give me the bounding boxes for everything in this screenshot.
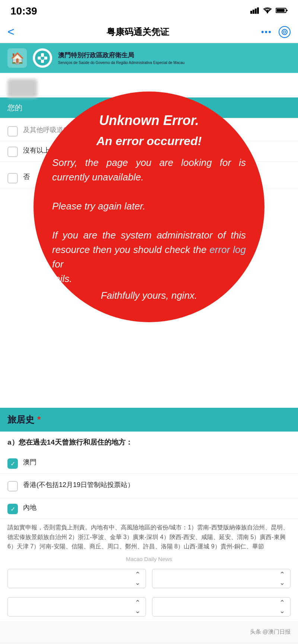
- svg-rect-7: [286, 10, 288, 11]
- travel-history-section: 旅居史 *: [0, 408, 298, 432]
- hk-label: 香港(不包括12月19日管制站投票站）: [23, 480, 134, 490]
- mainland-checkbox-row: ✓ 內地: [0, 499, 298, 519]
- health-bureau-logo: [33, 48, 52, 68]
- page-title: 粤康码通关凭证: [107, 26, 169, 38]
- nav-right-actions: •••: [261, 26, 291, 38]
- macau-checkbox[interactable]: ✓: [7, 458, 18, 469]
- travel-title: 旅居史: [7, 414, 34, 426]
- status-time: 10:39: [10, 5, 37, 17]
- svg-point-4: [267, 12, 268, 13]
- dropdown-row-1: ⌃⌄ ⌃⌄: [0, 564, 298, 593]
- mainland-label: 內地: [23, 503, 37, 512]
- dropdown-1b-arrow: ⌃⌄: [279, 570, 285, 587]
- error-title: Unknown Error.: [99, 113, 199, 128]
- svg-rect-0: [250, 11, 252, 14]
- hk-checkbox[interactable]: [7, 481, 18, 491]
- watermark: Macao Daily News: [0, 554, 298, 564]
- wifi-icon: [263, 7, 272, 15]
- status-icons: [250, 7, 288, 16]
- error-sorry: Sorry, the page you are looking for is c…: [52, 157, 246, 183]
- signal-icon: [250, 7, 259, 16]
- footer-section: 头条 @澳门日报: [0, 621, 298, 643]
- error-footer: Faithfully yours, nginx.: [101, 290, 197, 301]
- status-bar: 10:39: [0, 0, 298, 21]
- travel-question: a）您在過去14天曾旅行和居住的地方：: [0, 432, 298, 453]
- macau-label: 澳門: [23, 458, 37, 467]
- dropdown-1a[interactable]: ⌃⌄: [7, 569, 146, 588]
- back-button[interactable]: <: [7, 25, 15, 39]
- nav-bar: < 粤康码通关凭证 •••: [0, 21, 298, 43]
- macau-checkbox-row: ✓ 澳門: [0, 453, 298, 474]
- svg-point-9: [283, 31, 286, 33]
- error-body: Sorry, the page you are looking for is c…: [52, 156, 246, 286]
- bureau-name-cn: 澳門特別行政區政府衛生局: [58, 51, 291, 60]
- svg-point-8: [282, 29, 287, 35]
- warning-text: 請如實申報，否則需負上刑責。內地有中、高風險地區的省份/城市：1）雲南-西雙版納…: [0, 519, 298, 554]
- banner-text: 澳門特別行政區政府衛生局 Serviços de Saúde do Govern…: [58, 51, 291, 65]
- more-options-button[interactable]: •••: [261, 27, 272, 37]
- footer-credit: 头条 @澳门日报: [250, 628, 291, 635]
- dropdown-2a[interactable]: ⌃⌄: [7, 597, 146, 616]
- main-content: 您的 及其他呼吸道症 沒有以上症狀 否 Unknown Error. An er…: [0, 73, 298, 408]
- checkbox-no-symptoms-box[interactable]: [7, 147, 18, 157]
- svg-point-14: [41, 54, 44, 57]
- dropdown-row-2: ⌃⌄ ⌃⌄: [0, 593, 298, 621]
- camera-button[interactable]: [279, 26, 291, 38]
- checkbox-no-box[interactable]: [7, 173, 18, 183]
- svg-rect-6: [276, 9, 285, 12]
- error-log-link[interactable]: error log: [209, 244, 246, 255]
- dropdown-1a-arrow: ⌃⌄: [135, 570, 140, 587]
- no-label: 否: [23, 172, 30, 182]
- bureau-name-pt: Serviços de Saúde do Governo da Região A…: [58, 60, 291, 65]
- svg-rect-2: [255, 9, 257, 14]
- dropdown-2a-arrow: ⌃⌄: [135, 599, 140, 615]
- error-overlay: Unknown Error. An error occurred! Sorry,…: [34, 92, 264, 322]
- error-tails: tails.: [52, 273, 72, 284]
- battery-icon: [276, 7, 288, 15]
- error-try-again: Please try again later.: [52, 201, 146, 212]
- home-icon[interactable]: 🏠: [7, 48, 27, 68]
- dropdown-1b[interactable]: ⌃⌄: [152, 569, 291, 588]
- dropdown-2b-arrow: ⌃⌄: [279, 599, 285, 615]
- travel-required-marker: *: [37, 414, 41, 425]
- mainland-checkbox[interactable]: ✓: [7, 504, 18, 514]
- hk-checkbox-row: 香港(不包括12月19日管制站投票站）: [0, 474, 298, 499]
- error-subtitle: An error occurred!: [96, 134, 202, 148]
- dropdown-2b[interactable]: ⌃⌄: [152, 597, 291, 616]
- checkbox-fever[interactable]: [7, 126, 18, 137]
- error-for-details: for: [52, 259, 63, 270]
- svg-rect-1: [253, 10, 254, 14]
- header-banner: 🏠 澳門特別行政區政府衛生局 Serviços de Saúde do Gove…: [0, 43, 298, 73]
- svg-rect-3: [257, 7, 259, 14]
